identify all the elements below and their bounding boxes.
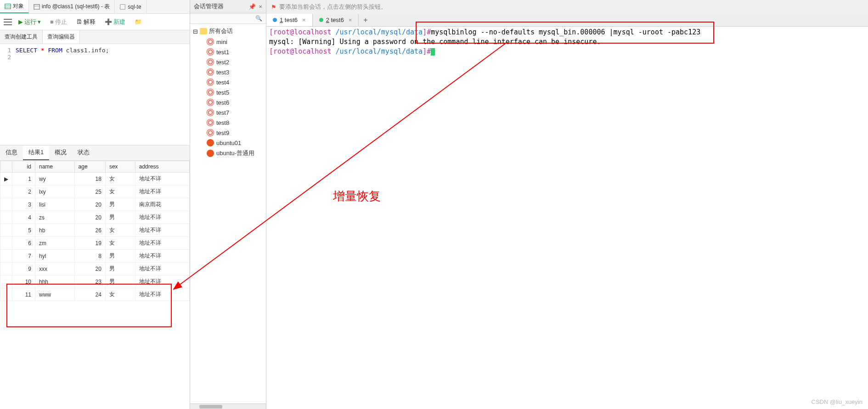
session-item[interactable]: ubuntu01 xyxy=(190,138,266,148)
tab-info[interactable]: 信息 xyxy=(0,146,23,160)
cell-sex[interactable]: 女 xyxy=(105,224,135,237)
menu-icon[interactable] xyxy=(4,19,12,25)
cell-sex[interactable]: 男 xyxy=(105,211,135,224)
tab-status[interactable]: 状态 xyxy=(72,146,95,160)
session-item[interactable]: test9 xyxy=(190,128,266,138)
search-icon[interactable]: 🔍 xyxy=(255,15,262,22)
new-button[interactable]: ➕ 新建 xyxy=(102,17,128,28)
cell-id[interactable]: 1 xyxy=(12,173,35,185)
cell-name[interactable]: zm xyxy=(35,237,75,250)
col-age[interactable]: age xyxy=(74,161,105,173)
cell-sex[interactable]: 男 xyxy=(105,198,135,211)
session-item[interactable]: test8 xyxy=(190,118,266,128)
session-item[interactable]: ubuntu-普通用 xyxy=(190,148,266,159)
cell-address[interactable]: 地址不详 xyxy=(135,263,189,275)
run-button[interactable]: ▶ 运行 ▾ xyxy=(16,17,44,28)
cell-name[interactable]: xxx xyxy=(35,263,75,275)
cell-address[interactable]: 地址不详 xyxy=(135,185,189,198)
add-tab-button[interactable]: + xyxy=(359,14,372,26)
terminal-tab[interactable]: 1 test6× xyxy=(266,14,313,26)
cell-id[interactable]: 2 xyxy=(12,185,35,198)
session-item[interactable]: mini xyxy=(190,37,266,47)
col-address[interactable]: address xyxy=(135,161,189,173)
table-row[interactable]: 11 www 24 女 地址不详 xyxy=(0,288,190,301)
cell-sex[interactable]: 男 xyxy=(105,275,135,288)
cell-id[interactable]: 10 xyxy=(12,275,35,288)
cell-sex[interactable]: 女 xyxy=(105,173,135,185)
session-scrollbar[interactable] xyxy=(190,403,266,409)
expand-icon[interactable]: ⊟ xyxy=(193,28,198,35)
cell-age[interactable]: 20 xyxy=(74,198,105,211)
table-row[interactable]: 9 xxx 20 男 地址不详 xyxy=(0,263,190,275)
close-icon[interactable]: × xyxy=(349,17,352,23)
cell-name[interactable]: www xyxy=(35,288,75,301)
cell-age[interactable]: 20 xyxy=(74,263,105,275)
terminal-body[interactable]: [root@localhost /usr/local/mysql/data]#m… xyxy=(266,27,868,409)
table-row[interactable]: 2 lxy 25 女 地址不详 xyxy=(0,185,190,198)
cell-name[interactable]: lisi xyxy=(35,198,75,211)
cell-address[interactable]: 地址不详 xyxy=(135,275,189,288)
cell-id[interactable]: 9 xyxy=(12,263,35,275)
cell-age[interactable]: 23 xyxy=(74,275,105,288)
table-row[interactable]: ▶ 1 wy 18 女 地址不详 xyxy=(0,173,190,185)
cell-address[interactable]: 地址不详 xyxy=(135,211,189,224)
tree-root[interactable]: ⊟ 所有会话 xyxy=(190,26,266,37)
cell-age[interactable]: 18 xyxy=(74,173,105,185)
session-item[interactable]: test2 xyxy=(190,57,266,67)
table-row[interactable]: 4 zs 20 男 地址不详 xyxy=(0,211,190,224)
cell-age[interactable]: 25 xyxy=(74,185,105,198)
tab-query-editor[interactable]: 查询编辑器 xyxy=(43,30,80,44)
tab-objects[interactable]: 对象 xyxy=(0,0,29,13)
cell-address[interactable]: 南京雨花 xyxy=(135,198,189,211)
cell-id[interactable]: 3 xyxy=(12,198,35,211)
tab-info[interactable]: info @class1 (sql-test6) - 表 xyxy=(29,0,115,13)
cell-id[interactable]: 11 xyxy=(12,288,35,301)
tab-profile[interactable]: 概况 xyxy=(49,146,72,160)
pin-icon[interactable]: 📌 xyxy=(248,3,256,10)
cell-sex[interactable]: 女 xyxy=(105,185,135,198)
session-item[interactable]: test6 xyxy=(190,97,266,107)
cell-age[interactable]: 20 xyxy=(74,211,105,224)
col-id[interactable]: id xyxy=(12,161,35,173)
explain-button[interactable]: 🖺 解释 xyxy=(73,17,98,28)
tab-result1[interactable]: 结果1 xyxy=(23,146,49,160)
session-item[interactable]: test4 xyxy=(190,77,266,87)
cell-age[interactable]: 24 xyxy=(74,288,105,301)
session-item[interactable]: test1 xyxy=(190,47,266,57)
table-row[interactable]: 10 hhh 23 男 地址不详 xyxy=(0,275,190,288)
cell-address[interactable]: 地址不详 xyxy=(135,173,189,185)
cell-id[interactable]: 5 xyxy=(12,224,35,237)
session-item[interactable]: test7 xyxy=(190,107,266,118)
scroll-thumb[interactable] xyxy=(199,405,222,409)
table-row[interactable]: 7 hyl 8 男 地址不详 xyxy=(0,250,190,263)
cell-sex[interactable]: 女 xyxy=(105,237,135,250)
table-row[interactable]: 3 lisi 20 男 南京雨花 xyxy=(0,198,190,211)
close-icon[interactable]: × xyxy=(302,17,306,23)
cell-age[interactable]: 19 xyxy=(74,237,105,250)
session-item[interactable]: test5 xyxy=(190,87,266,97)
result-table[interactable]: id name age sex address ▶ 1 wy 18 女 地址不详… xyxy=(0,161,190,409)
col-name[interactable]: name xyxy=(35,161,75,173)
cell-id[interactable]: 4 xyxy=(12,211,35,224)
cell-id[interactable]: 6 xyxy=(12,237,35,250)
cell-name[interactable]: hb xyxy=(35,224,75,237)
save-button[interactable]: 📁 xyxy=(132,17,145,27)
sql-editor[interactable]: 1SELECT * FROM class1.info; 2 xyxy=(0,44,190,145)
table-row[interactable]: 6 zm 19 女 地址不详 xyxy=(0,237,190,250)
session-item[interactable]: test3 xyxy=(190,67,266,77)
cell-name[interactable]: wy xyxy=(35,173,75,185)
cell-age[interactable]: 8 xyxy=(74,250,105,263)
cell-address[interactable]: 地址不详 xyxy=(135,224,189,237)
cell-name[interactable]: lxy xyxy=(35,185,75,198)
cell-sex[interactable]: 女 xyxy=(105,288,135,301)
col-sex[interactable]: sex xyxy=(105,161,135,173)
tab-sql[interactable]: sql-te xyxy=(115,0,146,13)
tab-query-builder[interactable]: 查询创建工具 xyxy=(0,30,43,44)
cell-address[interactable]: 地址不详 xyxy=(135,288,189,301)
cell-name[interactable]: hhh xyxy=(35,275,75,288)
cell-name[interactable]: hyl xyxy=(35,250,75,263)
stop-button[interactable]: ■ 停止 xyxy=(47,17,70,28)
terminal-tab[interactable]: 2 test6× xyxy=(313,14,359,26)
table-row[interactable]: 5 hb 26 女 地址不详 xyxy=(0,224,190,237)
close-icon[interactable]: × xyxy=(259,3,262,10)
